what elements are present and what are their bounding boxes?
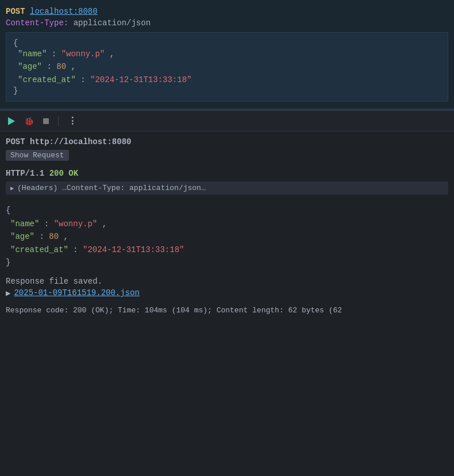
- response-request-line: POST http://localhost:8080: [6, 137, 448, 146]
- show-request-button[interactable]: Show Request: [6, 150, 69, 161]
- request-url[interactable]: localhost:8080: [30, 7, 98, 16]
- play-button[interactable]: [6, 116, 17, 126]
- resp-json-comma-2: ,: [63, 232, 68, 241]
- resp-json-open-brace: {: [6, 204, 448, 218]
- json-comma-2: ,: [71, 62, 75, 71]
- header-value: application/json: [74, 18, 151, 28]
- resp-json-key-created-at: "created_at": [10, 245, 68, 254]
- json-line-3: "created_at" : "2024-12-31T13:33:18": [13, 73, 441, 86]
- json-close-brace: }: [13, 86, 441, 95]
- json-open-brace: {: [13, 38, 441, 48]
- json-line-1: "name" : "wonny.p" ,: [13, 48, 441, 60]
- response-body-json: { "name" : "wonny.p" , "age" : 80 , "cre…: [6, 202, 448, 272]
- bug-icon: 🐞: [24, 117, 34, 126]
- json-colon-3: :: [80, 75, 90, 84]
- headers-arrow-icon: ▶: [10, 185, 14, 192]
- json-comma-1: ,: [110, 49, 114, 59]
- more-options-button[interactable]: ⋮: [66, 114, 80, 127]
- resp-json-key-name: "name": [10, 219, 39, 229]
- stop-button[interactable]: [41, 117, 51, 125]
- resp-json-value-created-at: "2024-12-31T13:33:18": [83, 245, 184, 254]
- file-arrow-icon: ▶: [6, 288, 10, 298]
- request-method: POST: [6, 7, 25, 16]
- request-editor: POST localhost:8080 Content-Type: applic…: [0, 0, 454, 110]
- request-method-url: POST localhost:8080: [6, 7, 448, 16]
- content-type-header: Content-Type: application/json: [6, 18, 448, 28]
- json-colon-1: :: [52, 49, 61, 59]
- json-line-2: "age" : 80 ,: [13, 60, 441, 73]
- resp-json-comma-1: ,: [102, 219, 107, 229]
- header-key: Content-Type:: [6, 18, 68, 28]
- http-status-code: 200 OK: [49, 169, 78, 178]
- file-link-row: ▶ 2025-01-09T161519.200.json: [6, 288, 448, 298]
- json-key-name: "name": [18, 49, 47, 59]
- json-value-created-at: "2024-12-31T13:33:18": [90, 75, 191, 84]
- resp-json-value-name: "wonny.p": [54, 219, 98, 229]
- resp-json-colon-2: :: [39, 232, 49, 241]
- resp-json-line-1: "name" : "wonny.p" ,: [6, 218, 448, 230]
- resp-json-key-age: "age": [10, 232, 34, 241]
- json-value-name: "wonny.p": [61, 49, 105, 59]
- toolbar-separator: [58, 116, 59, 126]
- run-toolbar: 🐞 ⋮: [0, 111, 454, 131]
- response-code-summary: Response code: 200 (OK); Time: 104ms (10…: [6, 306, 448, 315]
- resp-json-close-brace: }: [6, 256, 448, 270]
- resp-json-colon-3: :: [73, 245, 83, 254]
- debug-button[interactable]: 🐞: [22, 115, 36, 127]
- http-status-line: HTTP/1.1 200 OK: [6, 169, 448, 178]
- resp-json-colon-1: :: [44, 219, 54, 229]
- more-dots-icon: ⋮: [68, 115, 78, 126]
- response-headers-row[interactable]: ▶ (Headers) …Content-Type: application/j…: [6, 181, 448, 195]
- json-value-age: 80: [56, 62, 66, 71]
- request-body-json: { "name" : "wonny.p" , "age" : 80 , "cre…: [6, 32, 448, 102]
- resp-json-line-3: "created_at" : "2024-12-31T13:33:18": [6, 243, 448, 256]
- http-version: HTTP/1.1: [6, 169, 49, 178]
- resp-json-value-age: 80: [49, 232, 59, 241]
- response-file-saved-text: Response file saved.: [6, 277, 448, 286]
- json-key-age: "age": [18, 62, 42, 71]
- response-section: POST http://localhost:8080 Show Request …: [0, 131, 454, 320]
- play-icon: [8, 117, 15, 125]
- json-key-created-at: "created_at": [18, 75, 76, 84]
- stop-icon: [43, 118, 49, 124]
- response-file-link[interactable]: 2025-01-09T161519.200.json: [14, 288, 139, 297]
- json-colon-2: :: [47, 62, 56, 71]
- headers-summary-text: (Headers) …Content-Type: application/jso…: [17, 184, 206, 192]
- resp-json-line-2: "age" : 80 ,: [6, 230, 448, 243]
